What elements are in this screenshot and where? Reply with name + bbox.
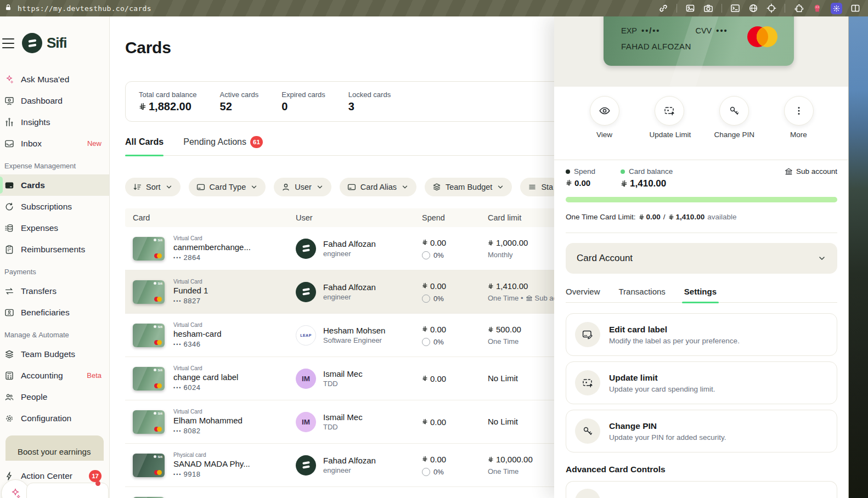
spend-value: 0.00 [430,374,446,383]
user-name: Hesham Mohsen [323,326,385,335]
card-icon [347,183,356,191]
card-name: Elham Mohammed [173,416,243,425]
sidebar-item-team-budgets[interactable]: Team Budgets [0,343,109,365]
sidebar-item-subscriptions[interactable]: Subscriptions [0,196,109,217]
sidebar-item-reimbursements[interactable]: Reimbursements [0,239,109,260]
progress-ring [422,251,430,259]
target-icon[interactable] [766,3,776,13]
assistant-bubble[interactable] [1,479,30,498]
card-type-label: Virtual Card [173,279,208,285]
brand-logo[interactable]: Sifi [22,33,66,53]
sidebar-item-beneficiaries[interactable]: Beneficiaries [0,302,109,323]
stat-active-cards: Active cards 52 [220,90,259,113]
spend-label: Spend [574,167,595,176]
user-filter[interactable]: User [274,178,331,196]
progress-ring [422,338,430,346]
sidebar-item-label: Team Budgets [21,349,75,359]
extension-icon[interactable] [812,3,822,14]
subscriptions-icon [4,202,14,212]
globe-icon[interactable] [748,3,758,13]
insights-icon [4,117,14,127]
sidebar-section-title: Payments [0,260,109,280]
change-pin-item[interactable]: Change PIN Update your PIN for added sec… [566,410,837,452]
card-last4: 9918 [183,470,200,478]
spend-value: 0.00 [430,238,446,247]
spend-value: 0.00 [430,455,446,464]
avatar [296,239,316,259]
image-icon[interactable] [685,3,695,13]
card-alias-filter[interactable]: Card Alias [340,178,416,196]
spend-value: 0.00 [574,178,590,188]
split-view-icon[interactable] [850,3,860,13]
puzzle-icon[interactable] [793,3,804,14]
address-url[interactable]: https://my.devtesthub.co/cards [18,4,151,13]
advanced-control-item[interactable] [566,481,837,498]
riyal-icon [639,214,645,220]
progress-ring [422,468,430,476]
column-spend: Spend [422,213,488,222]
riyal-icon [422,282,428,289]
panel-tabs: Overview Transactions Settings [566,287,837,303]
tab-overview[interactable]: Overview [566,287,600,302]
camera-icon[interactable] [703,3,713,13]
riyal-icon [422,456,428,462]
card-name: hesham-card [173,329,222,338]
masked-digits: ••• [173,298,182,304]
sidebar-item-ask-musaed[interactable]: Ask Musa'ed [0,69,109,90]
tab-all-cards[interactable]: All Cards [125,136,164,155]
terminal-icon[interactable] [730,3,740,13]
sidebar-item-transfers[interactable]: Transfers [0,280,109,302]
sort-filter[interactable]: Sort [125,178,181,196]
masked-digits: ••• [173,428,182,434]
sidebar-item-dashboard[interactable]: Dashboard [0,90,109,111]
tab-label: Pending Actions [183,137,246,147]
spend-value: 0.00 [430,417,446,427]
key-icon [728,105,740,117]
column-card: Card [125,213,296,222]
team-budget-filter[interactable]: Team Budget [425,178,512,196]
lock-icon [4,3,12,14]
limit-value: No Limit [488,417,518,426]
sidebar-item-label: Configuration [21,414,71,423]
tab-pending-actions[interactable]: Pending Actions 61 [183,136,263,155]
user-role: engineer [323,466,376,474]
update-limit-button[interactable]: Update Limit [650,96,689,160]
spend-balance-section: Spend 0.00 Card balance 1,410.00 Sub acc… [554,160,849,233]
tab-transactions[interactable]: Transactions [619,287,666,302]
ellipsis-icon [793,105,805,117]
edit-card-label-item[interactable]: Edit card label Modify the label as per … [566,313,837,356]
sidebar-item-cards[interactable]: Cards [0,174,109,196]
assistant-widget[interactable] [1,479,109,498]
hamburger-menu-icon[interactable] [2,38,14,48]
link-icon[interactable] [658,3,668,13]
card-plus-icon [582,377,594,389]
sidebar-item-inbox[interactable]: Inbox New [0,133,109,154]
sidebar-item-people[interactable]: People [0,386,109,408]
card-account-selector[interactable]: Card Account [566,243,837,274]
chevron-down-icon [316,183,324,191]
stat-value: 1,882.00 [149,100,191,113]
sidebar-item-configuration[interactable]: Configuration [0,408,109,429]
change-pin-button[interactable]: Change PIN [714,96,754,160]
card-type-filter[interactable]: Card Type [189,178,266,196]
boost-earnings-banner[interactable]: Boost your earnings [5,435,104,461]
assistant-input-pill[interactable] [26,483,109,498]
sidebar-item-accounting[interactable]: Accounting Beta [0,365,109,386]
sub-account-link[interactable]: Sub account [785,167,837,176]
sidebar-item-label: Insights [21,117,50,127]
setting-title: Update limit [609,373,715,383]
more-button[interactable]: More [779,96,819,160]
sparkle-icon [4,75,14,84]
update-limit-item[interactable]: Update limit Update your card spending l… [566,361,837,404]
view-button[interactable]: View [585,96,624,160]
riyal-icon [488,283,494,290]
cvv-label: CVV [695,26,712,35]
card-name: Funded 1 [173,286,208,295]
sidebar-item-expenses[interactable]: Expenses [0,217,109,239]
sidebar-item-label: Transfers [21,286,57,296]
user-name: Fahad Alfozan [323,282,376,292]
settings-icon[interactable] [831,3,842,14]
sidebar-item-insights[interactable]: Insights [0,111,109,133]
tab-settings[interactable]: Settings [684,287,717,302]
sidebar-item-label: Accounting [21,371,63,381]
